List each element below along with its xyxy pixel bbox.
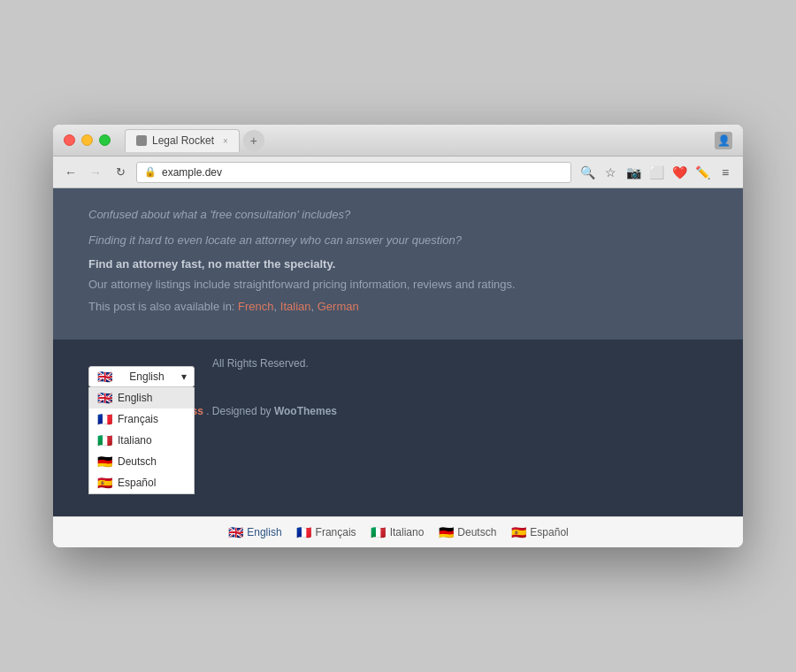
german-label: Deutsch [118, 455, 157, 468]
browser-window: Legal Rocket × + 👤 ← → ↻ 🔒 example.dev 🔍… [53, 125, 743, 547]
german-flag: 🇩🇪 [96, 456, 112, 467]
french-flag: 🇫🇷 [96, 414, 112, 424]
lang-option-german[interactable]: 🇩🇪 Deutsch [89, 451, 194, 472]
english-flag: 🇬🇧 [96, 393, 112, 403]
url-bar[interactable]: 🔒 example.dev [136, 162, 571, 183]
bottom-lang-bar: 🇬🇧 English 🇫🇷 Français 🇮🇹 Italiano 🇩🇪 De… [53, 516, 743, 547]
available-prefix: This post is also available in: [88, 300, 238, 313]
language-dropdown[interactable]: 🇬🇧 English ▾ 🇬🇧 English 🇫🇷 Français [88, 366, 195, 387]
menu-icon[interactable]: ≡ [716, 164, 734, 181]
dropdown-list: 🇬🇧 English 🇫🇷 Français 🇮🇹 Italiano [88, 387, 195, 494]
line2: Finding it hard to even locate an attorn… [88, 232, 708, 250]
title-bar: Legal Rocket × + 👤 [53, 125, 743, 157]
bottom-italian-label: Italiano [390, 526, 425, 538]
selected-flag: 🇬🇧 [96, 371, 112, 382]
minimize-button[interactable] [81, 134, 93, 146]
bottom-lang-spanish[interactable]: 🇪🇸 Español [510, 526, 568, 538]
footer-section: 🇬🇧 English ▾ 🇬🇧 English 🇫🇷 Français [53, 340, 743, 516]
bottom-french-flag: 🇫🇷 [296, 527, 312, 538]
active-tab[interactable]: Legal Rocket × [125, 129, 240, 152]
camera-icon[interactable]: 📷 [624, 164, 642, 181]
language-dropdown-area: 🇬🇧 English ▾ 🇬🇧 English 🇫🇷 Français [88, 357, 708, 387]
french-label: Français [118, 413, 158, 425]
lang-option-french[interactable]: 🇫🇷 Français [89, 409, 194, 430]
toolbar-icons: 🔍 ☆ 📷 ⬜ ❤️ ✏️ ≡ [578, 164, 734, 181]
spanish-flag: 🇪🇸 [96, 477, 112, 488]
line1: Confused about what a 'free consultation… [88, 206, 708, 225]
close-button[interactable] [64, 134, 75, 146]
dropdown-selected[interactable]: 🇬🇧 English ▾ [88, 366, 195, 387]
search-icon[interactable]: 🔍 [578, 164, 596, 181]
selected-label: English [129, 370, 164, 383]
traffic-lights [64, 134, 111, 146]
line4: Our attorney listings include straightfo… [88, 278, 708, 291]
chevron-down-icon: ▾ [181, 370, 187, 383]
bottom-german-flag: 🇩🇪 [438, 527, 454, 538]
bottom-spanish-label: Español [530, 526, 568, 538]
bottom-lang-english[interactable]: 🇬🇧 English [227, 526, 281, 538]
user-icon[interactable]: 👤 [715, 132, 732, 149]
content-section: Confused about what a 'free consultation… [53, 188, 743, 340]
back-button[interactable]: ← [62, 164, 80, 181]
tab-title: Legal Rocket [152, 134, 214, 147]
bottom-french-label: Français [316, 526, 356, 538]
lang-option-spanish[interactable]: 🇪🇸 Español [89, 472, 194, 493]
spanish-label: Español [118, 477, 156, 489]
tab-bar: Legal Rocket × + [125, 129, 715, 152]
bookmark-icon[interactable]: ☆ [601, 164, 619, 181]
lang-option-italian[interactable]: 🇮🇹 Italiano [89, 430, 194, 451]
refresh-button[interactable]: ↻ [111, 164, 129, 181]
bottom-spanish-flag: 🇪🇸 [510, 527, 526, 538]
german-link[interactable]: German [318, 300, 359, 313]
bottom-german-label: Deutsch [457, 526, 496, 538]
english-label: English [118, 392, 152, 404]
bottom-lang-italian[interactable]: 🇮🇹 Italiano [371, 526, 425, 538]
lock-icon: 🔒 [144, 166, 157, 178]
bottom-lang-french[interactable]: 🇫🇷 Français [296, 526, 356, 538]
page-content: Confused about what a 'free consultation… [53, 188, 743, 547]
address-bar: ← → ↻ 🔒 example.dev 🔍 ☆ 📷 ⬜ ❤️ ✏️ ≡ [53, 157, 743, 188]
heart-icon[interactable]: ❤️ [670, 164, 688, 181]
tab-close-button[interactable]: × [223, 136, 228, 146]
bottom-lang-german[interactable]: 🇩🇪 Deutsch [438, 526, 496, 538]
rights-text: All Rights Reserved. [212, 357, 309, 370]
bottom-italian-flag: 🇮🇹 [371, 527, 387, 538]
edit-icon[interactable]: ✏️ [693, 164, 711, 181]
tab-favicon [136, 135, 147, 146]
lang-option-english[interactable]: 🇬🇧 English [89, 387, 194, 409]
title-bar-right: 👤 [715, 132, 732, 149]
url-text: example.dev [162, 166, 222, 179]
screen-icon[interactable]: ⬜ [647, 164, 665, 181]
bottom-english-flag: 🇬🇧 [227, 527, 243, 538]
italian-flag: 🇮🇹 [96, 435, 112, 446]
italian-label: Italiano [118, 434, 152, 447]
forward-button[interactable]: → [87, 164, 104, 181]
designed-prefix: . Designed by [206, 405, 274, 417]
new-tab-button[interactable]: + [243, 130, 264, 151]
italian-link[interactable]: Italian [280, 300, 311, 313]
woo-link[interactable]: WooThemes [274, 405, 337, 417]
available-in: This post is also available in: French, … [88, 300, 708, 313]
line3: Find an attorney fast, no matter the spe… [88, 257, 708, 271]
maximize-button[interactable] [99, 134, 111, 146]
french-link[interactable]: French [238, 300, 273, 313]
bottom-english-label: English [247, 526, 281, 538]
